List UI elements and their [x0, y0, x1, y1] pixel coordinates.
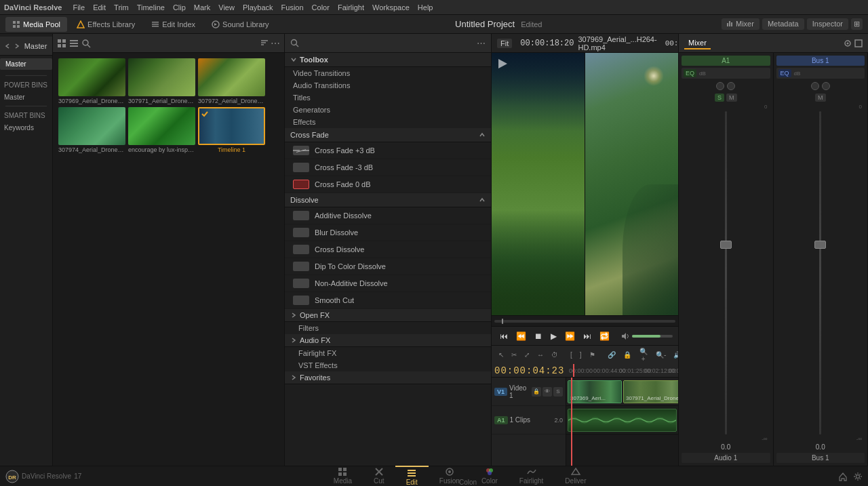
effect-cross-dissolve[interactable]: Cross Dissolve: [285, 241, 491, 258]
clip-timeline1[interactable]: Timeline 1: [198, 107, 265, 153]
btn-s-a1[interactable]: S: [715, 94, 724, 102]
dissolve-group-header[interactable]: Dissolve: [285, 193, 491, 207]
clip-307971[interactable]: 307971_Aerial_Drone_Fores...: [128, 58, 195, 104]
fader-track-bus1[interactable]: [819, 111, 821, 434]
btn-prev-frame[interactable]: ⏪: [513, 330, 529, 342]
menu-color[interactable]: Color: [312, 3, 330, 12]
menu-help[interactable]: Help: [418, 3, 433, 12]
effects-item[interactable]: Effects: [285, 116, 491, 128]
sidebar-item-master[interactable]: Master: [0, 58, 52, 70]
menu-edit[interactable]: Edit: [93, 3, 106, 12]
generators-item[interactable]: Generators: [285, 104, 491, 116]
btn-next-frame[interactable]: ⏩: [562, 330, 578, 342]
fader-knob-bus1[interactable]: [814, 241, 826, 249]
fit-label[interactable]: Fit: [497, 39, 512, 48]
fader-track-a1[interactable]: [725, 111, 727, 434]
btn-link[interactable]: 🔗: [605, 350, 618, 360]
scrubber-bar[interactable]: [492, 315, 678, 326]
btn-stop[interactable]: ⏹: [532, 330, 545, 342]
open-fx-header[interactable]: Open FX: [285, 309, 491, 322]
toolbox-header[interactable]: Toolbox: [285, 53, 491, 67]
effect-smooth-cut[interactable]: Smooth Cut: [285, 292, 491, 309]
btn-mark-in[interactable]: [: [568, 350, 575, 360]
menu-fusion[interactable]: Fusion: [281, 3, 304, 12]
favorites-header[interactable]: Favorites: [285, 371, 491, 384]
video-vis-btn[interactable]: 👁: [542, 387, 552, 397]
clip-307972[interactable]: 307972_Aerial_Drone_Fores...: [198, 58, 265, 104]
grid-view-icon[interactable]: [57, 39, 66, 48]
effect-non-additive[interactable]: Non-Additive Dissolve: [285, 275, 491, 292]
menu-playback[interactable]: Playback: [243, 3, 273, 12]
btn-loop[interactable]: 🔁: [597, 330, 612, 342]
chevron-right-icon[interactable]: [14, 43, 20, 49]
btn-lock[interactable]: 🔒: [620, 350, 634, 360]
channel-knob2-a1[interactable]: [727, 82, 735, 90]
menu-workspace[interactable]: Workspace: [372, 3, 410, 12]
home-icon[interactable]: [838, 472, 848, 481]
crossfade-group-header[interactable]: Cross Fade: [285, 128, 491, 142]
tab-sound-library[interactable]: Sound Library: [205, 17, 276, 32]
clip-v1-2[interactable]: 307971_Aerial_Drone...: [623, 380, 678, 403]
audio-fx-header[interactable]: Audio FX: [285, 334, 491, 347]
effect-crossfade-plus3[interactable]: Cross Fade +3 dB: [285, 142, 491, 159]
mixer-settings-icon[interactable]: [844, 39, 852, 47]
clip-encourage[interactable]: encourage by lux-inspira Ar...: [128, 107, 195, 153]
list-view-icon[interactable]: [69, 39, 79, 48]
btn-mark-out[interactable]: ]: [577, 350, 585, 360]
more-effects-btn[interactable]: ⋯: [477, 38, 486, 48]
mixer-expand-icon[interactable]: [854, 39, 863, 47]
channel-knob-bus1[interactable]: [811, 82, 819, 90]
chevron-left-icon[interactable]: [4, 43, 11, 49]
clip-307969[interactable]: 307969_Aerial_Drone_Fores...: [58, 58, 125, 104]
play-overlay-btn[interactable]: [497, 58, 508, 70]
fader-knob-a1[interactable]: [720, 241, 732, 249]
titles-item[interactable]: Titles: [285, 92, 491, 104]
clip-307974[interactable]: 307974_Aerial_Drone_Fores...: [58, 107, 125, 153]
btn-flag[interactable]: ⚑: [587, 350, 598, 360]
menu-trim[interactable]: Trim: [114, 3, 129, 12]
filters-item[interactable]: Filters: [285, 322, 491, 334]
eq-btn-bus1[interactable]: EQ: [778, 69, 791, 77]
effect-dip-to-color[interactable]: Dip To Color Dissolve: [285, 258, 491, 275]
btn-add-audio[interactable]: 🔊: [671, 346, 678, 364]
settings-icon[interactable]: [853, 472, 863, 481]
fairlight-fx-item[interactable]: Fairlight FX: [285, 347, 491, 359]
tab-edit-index[interactable]: Edit Index: [144, 17, 202, 32]
tab-media-pool[interactable]: Media Pool: [5, 17, 67, 32]
btn-select-tool[interactable]: ↖: [496, 350, 507, 360]
btn-play[interactable]: ▶: [548, 330, 559, 342]
btn-zoom-out[interactable]: 🔍-: [653, 346, 669, 364]
video-transitions-item[interactable]: Video Transitions: [285, 67, 491, 79]
btn-prev-clip[interactable]: ⏮: [497, 330, 511, 342]
channel-knob-a1[interactable]: [716, 82, 724, 90]
expand-btn[interactable]: ⊞: [851, 18, 863, 30]
menu-view[interactable]: View: [218, 3, 235, 12]
search-effects-icon[interactable]: [290, 39, 299, 47]
audio-transitions-item[interactable]: Audio Transitions: [285, 79, 491, 92]
btn-trim-tool[interactable]: ✂: [509, 350, 519, 360]
video-solo-btn[interactable]: S: [553, 387, 563, 397]
nav-deliver[interactable]: Deliver: [554, 466, 597, 487]
menu-timeline[interactable]: Timeline: [137, 3, 165, 12]
mixer-tab-mixer[interactable]: Mixer: [684, 37, 711, 49]
tab-effects-library[interactable]: Effects Library: [70, 17, 142, 32]
sidebar-item-master2[interactable]: Master: [0, 92, 52, 103]
effect-crossfade-0db[interactable]: Cross Fade 0 dB: [285, 176, 491, 193]
more-options-btn[interactable]: ⋯: [271, 38, 280, 49]
video-lock-btn[interactable]: 🔒: [532, 387, 541, 397]
effect-additive-dissolve[interactable]: Additive Dissolve: [285, 207, 491, 224]
effect-blur-dissolve[interactable]: Blur Dissolve: [285, 224, 491, 241]
volume-slider[interactable]: [632, 335, 673, 338]
nav-media[interactable]: Media: [323, 466, 363, 487]
vst-effects-item[interactable]: VST Effects: [285, 359, 491, 371]
menu-file[interactable]: File: [73, 3, 85, 12]
audio-clip-1[interactable]: [568, 409, 677, 432]
tab-metadata[interactable]: Metadata: [762, 18, 804, 30]
btn-next-clip[interactable]: ⏭: [580, 330, 594, 342]
sidebar-item-keywords[interactable]: Keywords: [0, 122, 52, 134]
nav-edit[interactable]: Edit: [395, 466, 429, 487]
menu-fairlight[interactable]: Fairlight: [338, 3, 364, 12]
btn-dynamic-trim[interactable]: ⤢: [521, 350, 532, 360]
channel-knob2-bus1[interactable]: [822, 82, 830, 90]
btn-m-a1[interactable]: M: [726, 94, 737, 102]
